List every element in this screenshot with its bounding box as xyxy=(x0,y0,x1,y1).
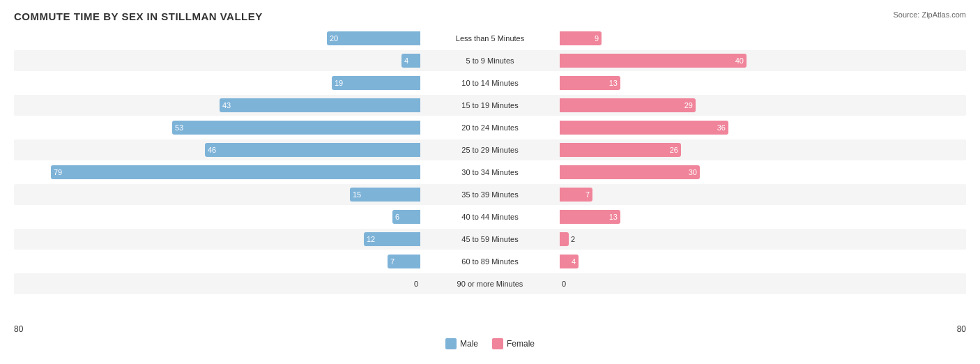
bar-row: 1910 to 14 Minutes13 xyxy=(14,73,966,93)
right-section: 30 xyxy=(560,162,966,183)
male-bar: 4 xyxy=(401,54,420,68)
legend-male: Male xyxy=(445,338,478,349)
male-bar: 53 xyxy=(172,121,420,135)
female-value: 2 xyxy=(571,235,575,243)
chart-container: COMMUTE TIME BY SEX IN STILLMAN VALLEY S… xyxy=(0,0,980,364)
male-bar: 46 xyxy=(205,143,420,157)
bar-row: 640 to 44 Minutes13 xyxy=(14,206,966,227)
male-value: 7 xyxy=(390,257,395,266)
male-value: 20 xyxy=(330,34,338,43)
female-value: 13 xyxy=(609,213,618,221)
legend-male-box xyxy=(445,338,457,349)
bar-label: 10 to 14 Minutes xyxy=(420,79,560,87)
male-bar: 7 xyxy=(388,255,420,268)
female-value: 26 xyxy=(670,146,678,154)
female-bar: 13 xyxy=(560,76,620,90)
bar-row: 760 to 89 Minutes4 xyxy=(14,251,966,272)
male-value: 46 xyxy=(208,146,216,154)
left-section: 19 xyxy=(14,73,420,93)
female-bar xyxy=(560,232,569,246)
bar-label: 35 to 39 Minutes xyxy=(420,190,560,199)
left-section: 53 xyxy=(14,117,420,138)
male-value: 0 xyxy=(414,280,418,288)
male-bar: 15 xyxy=(350,188,420,202)
source-label: Source: ZipAtlas.com xyxy=(893,10,966,19)
female-value: 40 xyxy=(735,56,744,65)
right-section: 13 xyxy=(560,73,966,93)
right-section: 9 xyxy=(560,28,966,49)
axis-left: 80 xyxy=(14,324,23,334)
bar-label: 25 to 29 Minutes xyxy=(420,146,560,154)
right-section: 40 xyxy=(560,50,966,71)
male-value: 12 xyxy=(367,235,375,243)
right-section: 26 xyxy=(560,139,966,160)
female-value: 29 xyxy=(684,101,693,109)
bar-label: 5 to 9 Minutes xyxy=(420,56,560,65)
male-value: 6 xyxy=(395,213,399,221)
bar-row: 090 or more Minutes0 xyxy=(14,273,966,294)
bar-row: 1535 to 39 Minutes7 xyxy=(14,184,966,205)
female-bar: 40 xyxy=(560,54,747,68)
female-value: 9 xyxy=(595,34,599,43)
left-section: 43 xyxy=(14,95,420,116)
chart-area: 20Less than 5 Minutes945 to 9 Minutes401… xyxy=(14,28,966,321)
legend-female-label: Female xyxy=(507,339,535,349)
male-bar: 20 xyxy=(327,31,420,45)
axis-labels: 80 80 xyxy=(14,324,966,334)
male-value: 19 xyxy=(335,79,343,87)
female-bar: 26 xyxy=(560,143,681,157)
left-section: 20 xyxy=(14,28,420,49)
bar-label: 15 to 19 Minutes xyxy=(420,101,560,109)
female-value: 4 xyxy=(572,257,576,266)
right-section: 4 xyxy=(560,251,966,272)
female-bar: 30 xyxy=(560,165,700,179)
right-section: 0 xyxy=(560,273,966,294)
bar-label: 60 to 89 Minutes xyxy=(420,257,560,266)
legend-female-box xyxy=(492,338,503,349)
bar-row: 5320 to 24 Minutes36 xyxy=(14,117,966,138)
female-bar: 13 xyxy=(560,210,620,224)
left-section: 4 xyxy=(14,50,420,71)
bar-row: 45 to 9 Minutes40 xyxy=(14,50,966,71)
bar-label: 90 or more Minutes xyxy=(420,280,560,288)
female-value: 7 xyxy=(585,190,590,199)
right-section: 7 xyxy=(560,184,966,205)
male-bar: 79 xyxy=(51,165,420,179)
male-bar: 43 xyxy=(220,98,420,112)
bar-label: Less than 5 Minutes xyxy=(420,34,560,43)
legend-female: Female xyxy=(492,338,535,349)
left-section: 15 xyxy=(14,184,420,205)
male-value: 15 xyxy=(353,190,361,199)
axis-right: 80 xyxy=(957,324,966,334)
bar-label: 45 to 59 Minutes xyxy=(420,235,560,243)
female-value: 0 xyxy=(562,280,566,288)
left-section: 46 xyxy=(14,139,420,160)
chart-title: COMMUTE TIME BY SEX IN STILLMAN VALLEY xyxy=(14,10,966,22)
female-bar: 9 xyxy=(560,31,602,45)
female-value: 36 xyxy=(717,123,726,132)
bar-row: 4315 to 19 Minutes29 xyxy=(14,95,966,116)
female-bar: 36 xyxy=(560,121,728,135)
right-section: 2 xyxy=(560,229,966,250)
left-section: 12 xyxy=(14,229,420,250)
legend-male-label: Male xyxy=(460,339,478,349)
male-bar: 6 xyxy=(392,210,420,224)
male-value: 4 xyxy=(404,56,408,65)
female-bar: 29 xyxy=(560,98,696,112)
male-value: 43 xyxy=(222,101,231,109)
left-section: 7 xyxy=(14,251,420,272)
female-bar: 4 xyxy=(560,255,579,268)
male-value: 53 xyxy=(175,123,183,132)
bar-row: 4625 to 29 Minutes26 xyxy=(14,139,966,160)
right-section: 13 xyxy=(560,206,966,227)
female-bar: 7 xyxy=(560,188,592,202)
left-section: 0 xyxy=(14,273,420,294)
bar-label: 20 to 24 Minutes xyxy=(420,123,560,132)
legend: Male Female xyxy=(14,338,966,349)
left-section: 6 xyxy=(14,206,420,227)
male-bar: 12 xyxy=(364,232,420,246)
left-section: 79 xyxy=(14,162,420,183)
female-value: 13 xyxy=(609,79,618,87)
male-value: 79 xyxy=(54,168,62,176)
right-section: 36 xyxy=(560,117,966,138)
